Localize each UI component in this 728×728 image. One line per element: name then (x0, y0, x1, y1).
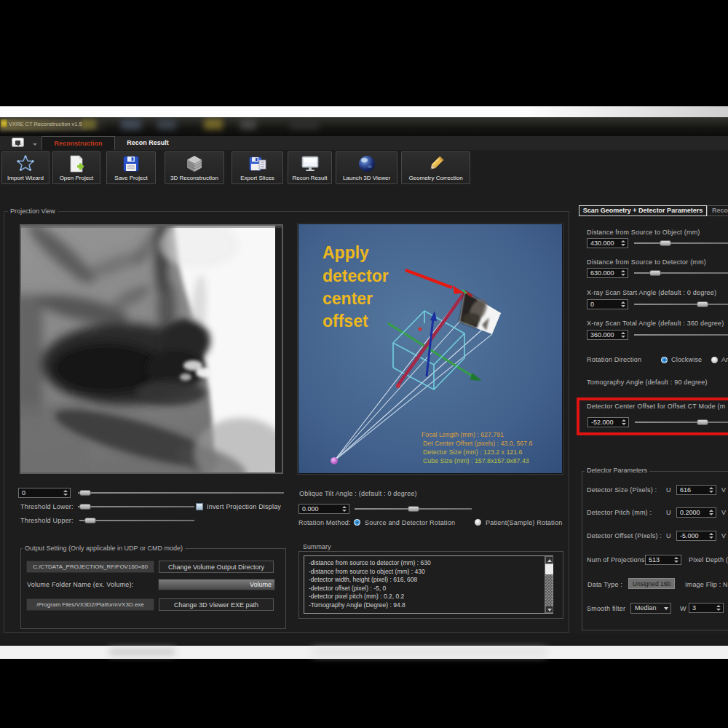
svg-text:offset: offset (323, 312, 368, 331)
svg-text:Focal Length (mm) : 627.791: Focal Length (mm) : 627.791 (422, 431, 504, 438)
svg-text:Detector Size (mm) : 123.2 x 1: Detector Size (mm) : 123.2 x 121.6 (423, 448, 523, 456)
svg-text:Cube Size (mm) : 157.8x157.9x8: Cube Size (mm) : 157.8x157.9x87.43 (423, 457, 529, 464)
svg-text:Det Center Offset (pixels) : 4: Det Center Offset (pixels) : 43.0, 567.6 (423, 440, 533, 447)
svg-text:Apply: Apply (323, 243, 369, 262)
svg-text:detector: detector (323, 266, 389, 285)
svg-text:center: center (323, 289, 373, 308)
